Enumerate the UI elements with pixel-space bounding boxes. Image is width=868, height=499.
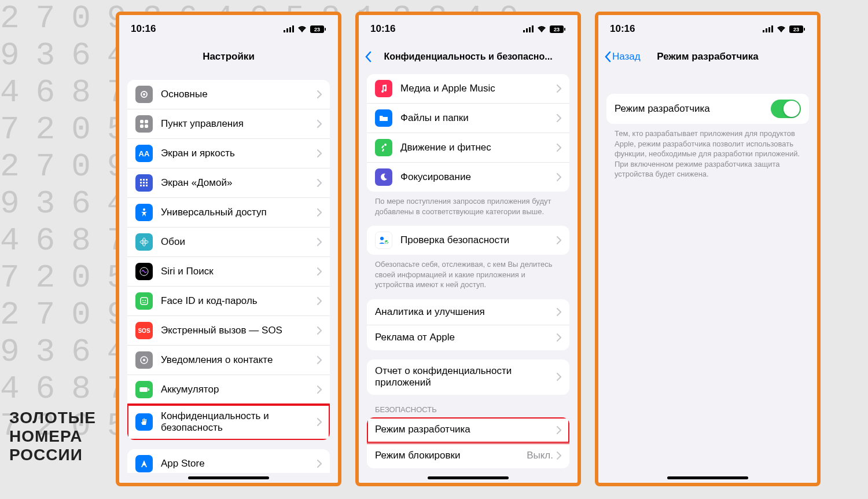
nav-bar: Настройки xyxy=(119,43,338,71)
settings-row[interactable]: Экран «Домой» xyxy=(127,168,330,197)
settings-row[interactable]: Аналитика и улучшения xyxy=(367,299,569,325)
row-label: Реклама от Apple xyxy=(375,332,557,343)
row-label: Универсальный доступ xyxy=(161,207,317,218)
status-time: 10:16 xyxy=(610,23,635,35)
logo-line2: НОМЕРА xyxy=(9,427,96,446)
chevron-right-icon xyxy=(557,373,561,381)
settings-row[interactable]: Файлы и папки xyxy=(367,103,569,133)
row-label: Уведомления о контакте xyxy=(161,354,317,366)
row-label: Проверка безопасности xyxy=(400,234,557,246)
atom-icon xyxy=(135,233,153,251)
settings-row[interactable]: Аккумулятор xyxy=(127,375,330,404)
fitness-icon xyxy=(375,139,392,156)
hand-icon xyxy=(135,413,153,431)
chevron-right-icon xyxy=(317,267,322,276)
row-label: Экран «Домой» xyxy=(161,177,317,189)
svg-rect-40 xyxy=(532,25,534,32)
svg-rect-2 xyxy=(289,27,291,32)
svg-rect-17 xyxy=(143,182,145,184)
back-button[interactable]: Назад xyxy=(604,51,641,63)
settings-row[interactable]: Медиа и Apple Music xyxy=(367,74,569,103)
settings-row[interactable]: Движение и фитнес xyxy=(367,133,569,162)
home-indicator xyxy=(428,476,509,479)
settings-row[interactable]: Режим блокировкиВыкл. xyxy=(367,443,569,468)
svg-rect-33 xyxy=(148,388,149,391)
settings-row[interactable]: Конфиденциальность и безопасность xyxy=(127,404,330,440)
settings-row[interactable]: App Store xyxy=(127,449,330,473)
brand-logo: ЗОЛОТЫЕ НОМЕРА РОССИИ xyxy=(9,409,96,464)
settings-row[interactable]: Фокусирование xyxy=(367,162,569,192)
row-value: Выкл. xyxy=(527,450,553,461)
settings-row[interactable]: AAЭкран и яркость xyxy=(127,138,330,168)
svg-rect-50 xyxy=(771,25,773,32)
status-bar: 10:16 23 xyxy=(598,15,817,43)
settings-row[interactable]: Универсальный доступ xyxy=(127,197,330,227)
row-label: Пункт управления xyxy=(161,118,317,130)
svg-rect-0 xyxy=(284,30,285,32)
row-label: Siri и Поиск xyxy=(161,266,317,277)
svg-rect-9 xyxy=(140,120,144,123)
settings-section-2: App StoreWallet и Apple Pay xyxy=(127,449,330,473)
chevron-right-icon xyxy=(317,238,322,246)
music-icon xyxy=(375,80,392,97)
settings-row[interactable]: Проверка безопасности xyxy=(367,226,569,255)
svg-rect-14 xyxy=(143,179,145,181)
developer-mode-section: Режим разработчика xyxy=(606,94,809,124)
status-time: 10:16 xyxy=(370,23,395,35)
svg-rect-48 xyxy=(766,28,767,32)
chevron-right-icon xyxy=(557,308,561,316)
settings-row[interactable]: Обои xyxy=(127,227,330,256)
svg-text:23: 23 xyxy=(314,27,320,32)
svg-rect-27 xyxy=(141,298,148,304)
contact-icon xyxy=(135,351,153,369)
svg-rect-47 xyxy=(763,30,764,32)
developer-mode-toggle[interactable] xyxy=(771,100,801,118)
settings-row[interactable]: Основные xyxy=(127,80,330,109)
battery-icon: 23 xyxy=(310,25,326,33)
settings-row[interactable]: Face ID и код-пароль xyxy=(127,286,330,315)
row-label: Режим разработчика xyxy=(615,103,771,115)
svg-point-8 xyxy=(143,93,145,96)
svg-point-31 xyxy=(143,359,145,361)
home-indicator xyxy=(667,476,748,479)
status-bar: 10:16 23 xyxy=(359,15,578,43)
section-header-security: БЕЗОПАСНОСТЬ xyxy=(367,395,569,417)
svg-rect-38 xyxy=(526,28,528,32)
settings-row[interactable]: Пункт управления xyxy=(127,109,330,138)
chevron-right-icon xyxy=(557,236,561,244)
section-footer: Тем, кто разрабатывает приложения для пр… xyxy=(606,124,809,179)
row-label: Отчет о конфиденциальности приложений xyxy=(375,365,557,389)
home-indicator xyxy=(188,476,269,479)
phone-screenshot-1: 10:16 23 Настройки ОсновныеПункт управле… xyxy=(116,12,341,486)
privacy-section-analytics: Аналитика и улучшенияРеклама от Apple xyxy=(367,299,569,350)
chevron-right-icon xyxy=(317,356,322,364)
svg-text:23: 23 xyxy=(793,27,799,32)
chevron-right-icon xyxy=(317,90,322,98)
settings-row[interactable]: Уведомления о контакте xyxy=(127,345,330,375)
chevron-right-icon xyxy=(317,208,322,217)
developer-mode-row[interactable]: Режим разработчика xyxy=(606,94,809,124)
settings-row[interactable]: Отчет о конфиденциальности приложений xyxy=(367,359,569,395)
settings-row[interactable]: Режим разработчика xyxy=(367,417,569,443)
row-label: Face ID и код-пароль xyxy=(161,295,317,307)
svg-rect-15 xyxy=(146,179,148,181)
svg-rect-18 xyxy=(146,182,148,184)
siri-icon xyxy=(135,263,153,280)
settings-row[interactable]: Siri и Поиск xyxy=(127,256,330,286)
gear-icon xyxy=(135,86,153,103)
settings-row[interactable]: SOSЭкстренный вызов — SOS xyxy=(127,315,330,345)
nav-bar: Конфиденциальность и безопасно... xyxy=(359,43,578,71)
svg-rect-39 xyxy=(529,27,531,32)
logo-line3: РОССИИ xyxy=(9,446,96,464)
back-button[interactable] xyxy=(365,51,372,63)
svg-rect-13 xyxy=(140,179,142,181)
battery-icon: 23 xyxy=(789,25,806,33)
folder-icon xyxy=(375,109,392,127)
A-icon xyxy=(135,455,153,472)
row-label: Режим блокировки xyxy=(375,450,527,461)
svg-rect-32 xyxy=(139,387,148,392)
svg-rect-37 xyxy=(523,30,525,32)
logo-line1: ЗОЛОТЫЕ xyxy=(9,409,96,427)
chevron-right-icon xyxy=(557,85,561,93)
settings-row[interactable]: Реклама от Apple xyxy=(367,325,569,350)
